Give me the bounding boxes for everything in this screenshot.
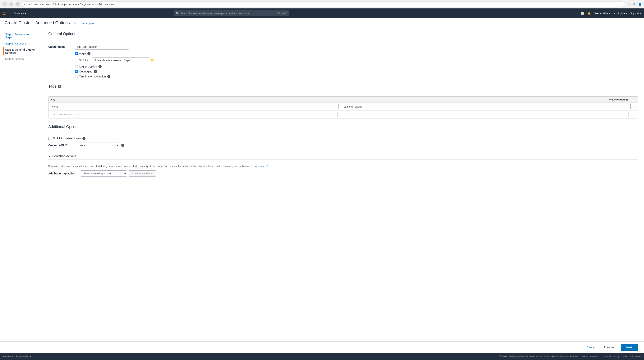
tag-value-input[interactable] [342, 104, 630, 109]
forward-button[interactable]: → [9, 2, 14, 6]
emrfs-row: EMRFS consistent view i [48, 137, 638, 140]
additional-options-divider [48, 132, 638, 132]
log-encryption-label: Log encryption [79, 65, 97, 68]
debugging-label: Debugging [79, 70, 92, 73]
services-chevron-icon: ▾ [25, 12, 26, 15]
user-menu[interactable]: Saurav Mitra ▾ [594, 12, 610, 15]
previous-button[interactable]: Previous [600, 344, 618, 351]
nav-right: ⬜ 🔔 Saurav Mitra ▾ N. Virginia ▾ Support… [580, 11, 641, 15]
tag-value-cell [340, 103, 632, 110]
general-options-divider [48, 39, 638, 39]
extensions-icon: ⧉ [632, 2, 636, 6]
tag-key-input[interactable] [50, 104, 339, 109]
general-options-section: General Options Cluster name Logging i S… [48, 32, 638, 78]
additional-options-section: Additional Options EMRFS consistent view… [48, 124, 638, 148]
termination-protection-row: Termination protection i [75, 75, 638, 78]
termination-protection-checkbox[interactable] [75, 75, 78, 78]
tag-add-value-cell [340, 110, 630, 118]
support-chevron-icon: ▾ [640, 12, 641, 15]
search-shortcut: [Option+S] [277, 12, 287, 14]
emrfs-checkbox[interactable] [48, 137, 51, 140]
table-row: ✕ [48, 103, 638, 110]
tags-info-icon[interactable]: i [58, 85, 61, 88]
cluster-name-row: Cluster name [48, 44, 638, 50]
configure-and-add-button[interactable]: Configure and add [129, 170, 156, 176]
log-encryption-info-icon[interactable]: i [98, 65, 102, 68]
tag-add-key-input[interactable] [50, 112, 338, 117]
main-layout: Step 1: Software and Steps Step 2: Hardw… [0, 27, 644, 351]
tag-add-value-input[interactable] [341, 112, 629, 117]
quick-options-link[interactable]: Go to quick options [74, 22, 96, 25]
profile-icon: 👤 [638, 2, 642, 6]
tag-add-key-cell [48, 110, 340, 118]
bootstrap-action-select[interactable]: Select a bootstrap action Custom action … [81, 170, 127, 176]
page-title: Create Cluster - Advanced Options [4, 20, 70, 25]
sidebar-item-step3[interactable]: Step 3: General Cluster Settings [3, 47, 39, 56]
additional-options-title: Additional Options [48, 124, 638, 129]
next-button[interactable]: Next [620, 344, 638, 351]
debugging-checkbox[interactable] [75, 70, 78, 73]
aws-logo: aws [3, 11, 11, 16]
footer-bar: Cancel Previous Next [0, 342, 644, 351]
cluster-name-input[interactable] [75, 44, 129, 50]
general-options-title: General Options [48, 32, 638, 36]
external-link-icon: ↗ [266, 165, 268, 168]
logging-info-icon[interactable]: i [88, 52, 90, 55]
custom-ami-select[interactable]: None [77, 142, 119, 148]
collapse-arrow-icon[interactable]: ▼ [48, 155, 51, 158]
log-encryption-checkbox[interactable] [75, 65, 78, 68]
custom-ami-label: Custom AMI ID [48, 144, 75, 147]
cloud-icon[interactable]: ⬜ [580, 11, 584, 15]
s3-folder-input[interactable] [92, 57, 149, 63]
bootstrap-divider [48, 160, 638, 160]
content-area: General Options Cluster name Logging i S… [42, 27, 644, 351]
logging-row: Logging i [48, 52, 638, 55]
url-bar[interactable] [22, 2, 625, 7]
tags-value-header: Value (optional) [607, 96, 630, 102]
search-input[interactable] [174, 10, 289, 16]
support-menu[interactable]: Support ▾ [630, 12, 641, 15]
services-menu-button[interactable]: Services ▾ [14, 12, 26, 15]
bootstrap-collapse-header: ▼ Bootstrap Actions [48, 154, 638, 158]
tag-delete-button[interactable]: ✕ [632, 105, 638, 108]
emrfs-info-icon[interactable]: i [82, 137, 86, 140]
s3-folder-row: S3 folder 📁 [79, 57, 638, 63]
search-icon: 🔍 [176, 12, 179, 15]
termination-protection-info-icon[interactable]: i [107, 75, 110, 78]
back-button[interactable]: ← [2, 2, 7, 6]
cancel-button[interactable]: Cancel [584, 345, 598, 350]
bootstrap-action-row: Add bootstrap action Select a bootstrap … [48, 170, 638, 176]
region-menu[interactable]: N. Virginia ▾ [614, 12, 627, 15]
sidebar-item-step4: Step 4: Security [3, 56, 39, 62]
svg-text:aws: aws [3, 12, 6, 14]
page-header: Create Cluster - Advanced Options Go to … [0, 18, 644, 27]
tags-key-header: Key [48, 96, 607, 102]
logging-checkbox[interactable] [75, 52, 78, 55]
tags-title: Tags [48, 84, 56, 88]
log-encryption-row: Log encryption i [75, 65, 638, 68]
refresh-button[interactable]: ↻ [15, 2, 20, 6]
aws-nav: aws Services ▾ 🔍 [Option+S] ⬜ 🔔 Saurav M… [0, 8, 644, 18]
bootstrap-actions-title: Bootstrap Actions [52, 154, 76, 158]
logging-text: Logging [78, 52, 88, 55]
bootstrap-actions-section: ▼ Bootstrap Actions Bootstrap actions ar… [48, 154, 638, 176]
add-bootstrap-action-label: Add bootstrap action [48, 172, 79, 175]
tags-header: Key Value (optional) [48, 96, 638, 103]
bootstrap-description: Bootstrap actions are scripts that are e… [48, 164, 638, 168]
emrfs-label: EMRFS consistent view [52, 137, 81, 140]
sidebar: Step 1: Software and Steps Step 2: Hardw… [0, 27, 42, 351]
debugging-info-icon[interactable]: i [94, 70, 97, 73]
folder-browse-icon[interactable]: 📁 [150, 58, 154, 62]
sidebar-item-step1[interactable]: Step 1: Software and Steps [3, 32, 39, 40]
table-row [48, 110, 638, 118]
browser-bar: ← → ↻ ☆ ⧉ 👤 [0, 0, 644, 8]
termination-protection-label: Termination protection [79, 75, 106, 78]
tags-section: Tags i Key Value (optional) [48, 84, 638, 118]
bookmark-icon: ☆ [627, 2, 631, 6]
bell-icon[interactable]: 🔔 [587, 11, 591, 15]
bootstrap-learn-more-link[interactable]: Learn more [252, 165, 265, 168]
debugging-row: Debugging i [75, 70, 638, 73]
custom-ami-row: Custom AMI ID None i [48, 142, 638, 148]
sidebar-item-step2[interactable]: Step 2: Hardware [3, 41, 39, 46]
ami-info-icon[interactable]: i [121, 144, 124, 147]
